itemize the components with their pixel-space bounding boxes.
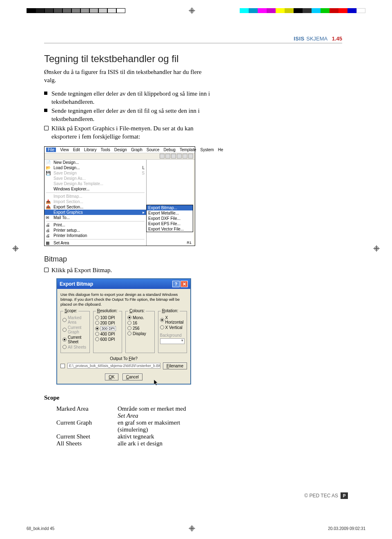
table-row: Current Sheet aktivt tegneark [56,433,342,440]
resolution-label: Resolution: [96,309,119,313]
submenu-export-dxf[interactable]: Export DXF File... [147,216,193,221]
radio-16[interactable]: 16 [127,321,153,325]
submenu-export-metafile[interactable]: Export Metafile... [147,210,193,216]
menu-template[interactable]: Template [180,148,196,152]
radio-400dpi[interactable]: 400 DPI [95,332,120,336]
cancel-button[interactable]: Cancel [122,373,143,380]
printer-info-icon: 🖨 [46,233,51,238]
ok-button[interactable]: OK [105,373,118,380]
radio-600dpi[interactable]: 600 DPI [95,337,120,342]
file-path-input[interactable]: E:\_proteus_bok_68\isis_skjema-2\68\3\Fo… [67,363,160,369]
help-button[interactable]: ? [172,281,180,287]
menu-system[interactable]: System [200,148,214,152]
toolbar-icon[interactable] [165,154,170,159]
colours-label: Colours: [128,309,146,313]
toolbar-icon[interactable] [188,154,193,159]
page-title: Tegning til tekstbehandler og fil [44,53,342,65]
printer-setup-icon: 🖨 [46,228,51,233]
menu-graph[interactable]: Graph [131,148,143,152]
background-dropdown[interactable] [160,338,185,344]
publisher-logo-icon: P [341,492,348,499]
menu-item-import-bitmap[interactable]: Import Bitmap... [45,194,146,199]
radio-current-sheet[interactable]: Current Sheet [62,335,88,344]
dialog-titlebar: Export Bitmap ? ✕ [57,279,190,289]
scope-group: Scope: Marked Area Current Graph Current… [60,311,90,353]
submenu-export-eps[interactable]: Export EPS File... [147,221,193,226]
output-file-checkbox[interactable] [60,364,65,368]
menu-edit[interactable]: Edit [73,148,80,152]
menu-library[interactable]: Library [84,148,97,152]
dialog-description: Use this dialogue form to export your de… [60,292,187,307]
page-header: ISIS SKJEMA 1.45 [44,35,342,43]
bitmap-heading: Bitmap [44,255,342,264]
menu-item-new[interactable]: 📄New Design... [45,160,146,165]
radio-all-sheets[interactable]: All Sheets [62,345,88,349]
menu-item-export-section[interactable]: 📤Export Section... [45,204,146,210]
menu-item-mail-to[interactable]: ✉Mail To... [45,215,146,220]
menu-item-print[interactable]: 🖨Print... [45,222,146,228]
new-icon: 📄 [46,160,51,165]
submenu-export-bitmap[interactable]: Export Bitmap... [147,205,193,210]
menu-item-export-graphics[interactable]: Export Graphics▸ [45,210,146,215]
import-icon: 📥 [46,199,51,204]
menu-item-printer-info[interactable]: 🖨Printer Information [45,233,146,238]
menu-source[interactable]: Source [147,148,160,152]
submenu-export-vector[interactable]: Export Vector File... [147,226,193,232]
rotation-label: Rotation: [161,309,180,313]
registration-mark-icon [373,245,380,252]
menu-item-printer-setup[interactable]: 🖨Printer setup... [45,228,146,233]
toolbar-icon[interactable] [171,154,176,159]
radio-100dpi[interactable]: 100 DPI [95,315,120,320]
toolbar-icon[interactable] [183,154,187,159]
set-area-icon: ▦ [46,241,51,245]
bullet-item: Sende tegningen eller deler av den til f… [44,107,212,123]
filename-button[interactable]: Filename [163,362,187,369]
menu-item-save[interactable]: 💾Save DesignS [45,170,146,176]
toolbar-icon[interactable] [160,154,165,159]
menu-file[interactable]: File [46,148,56,152]
radio-marked-area[interactable]: Marked Area [62,315,88,324]
open-icon: 📂 [46,166,51,170]
gray-calibration-bands [27,8,125,16]
radio-horizontal[interactable]: X Horizontal [160,315,185,324]
radio-300dpi[interactable]: 300 DPI [95,326,120,331]
bullet-list: Sende tegningen eller deler av den til k… [44,89,212,141]
menu-item-import-section[interactable]: 📥Import Section... [45,199,146,204]
radio-current-graph[interactable]: Current Graph [62,325,88,334]
menu-item-windows-explorer[interactable]: Windows Explorer... [45,186,146,192]
file-menu-dropdown: 📄New Design... 📂Load Design...L 💾Save De… [45,160,147,246]
bullet-item: Sende tegningen eller deler av den til k… [44,89,212,106]
toolbar-icon[interactable] [177,154,182,159]
component-label: R1 [187,241,192,245]
export-graphics-submenu: Export Bitmap... Export Metafile... Expo… [146,205,193,232]
close-button[interactable]: ✕ [180,281,188,287]
radio-mono[interactable]: Mono. [127,315,153,320]
menubar: File View Edit Library Tools Design Grap… [45,147,195,153]
print-registration-top [0,8,392,16]
menu-design[interactable]: Design [114,148,127,152]
menu-item-save-as[interactable]: Save Design As... [45,176,146,181]
radio-200dpi[interactable]: 200 DPI [95,321,120,325]
output-to-file-label: Output To File? [60,356,187,361]
menu-view[interactable]: View [60,148,69,152]
rotation-group: Rotation: X Horizontal X Vertical Backgr… [158,311,187,353]
registration-mark-icon [12,245,19,252]
colours-group: Colours: Mono. 16 256 Display [125,311,155,353]
menu-debug[interactable]: Debug [163,148,175,152]
footer-filename: 68_bok.indd 45 [27,526,54,531]
cursor-icon [154,380,159,386]
radio-vertical[interactable]: X Vertical [160,325,185,330]
menu-tools[interactable]: Tools [100,148,110,152]
header-pagenum: 1.45 [332,36,342,42]
table-row: Current Graph en graf som er maksimert(s… [56,419,342,433]
radio-256[interactable]: 256 [127,326,153,331]
menu-item-save-template[interactable]: Save Design As Template... [45,181,146,186]
radio-display[interactable]: Display [127,331,153,336]
menu-item-load[interactable]: 📂Load Design...L [45,165,146,170]
export-bitmap-dialog: Export Bitmap ? ✕ Use this dialogue form… [56,278,191,385]
export-icon: 📤 [46,205,51,209]
table-row: Marked Area Område som er merket medSet … [56,405,342,419]
dialog-title-text: Export Bitmap [60,281,93,287]
menu-item-set-area[interactable]: ▦Set Area [45,240,146,246]
menu-help[interactable]: He [218,148,223,152]
